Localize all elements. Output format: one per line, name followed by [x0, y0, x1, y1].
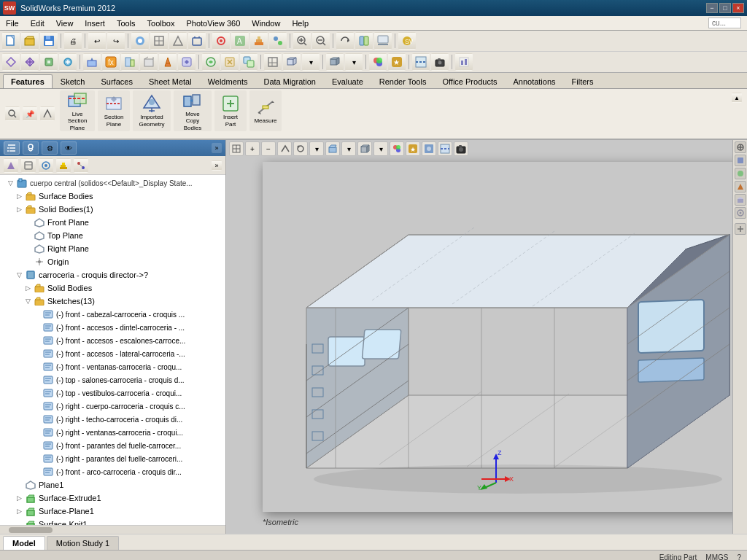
ft-tool-3[interactable]: [39, 158, 53, 173]
vp-rp-btn-6[interactable]: [735, 207, 746, 219]
menu-insert[interactable]: Insert: [79, 18, 111, 29]
expand-surface-bodies[interactable]: ▷: [15, 192, 23, 201]
tree-origin[interactable]: ▷ Origin: [0, 255, 225, 268]
vp-rp-btn-4[interactable]: [735, 181, 746, 192]
tree-front-plane[interactable]: ▷ Front Plane: [0, 216, 225, 229]
tab-datamigration[interactable]: Data Migration: [255, 74, 324, 88]
ribbon-collapse-button[interactable]: ▲: [732, 93, 742, 103]
vp-rp-btn-1[interactable]: [735, 141, 746, 153]
menu-edit[interactable]: Edit: [25, 18, 50, 29]
tree-sketch-item[interactable]: ▷ (-) top - salones-carroceria - croquis…: [0, 373, 225, 386]
open-button[interactable]: [21, 32, 39, 50]
ft-tab-config[interactable]: ⚙: [42, 141, 58, 155]
tb-r2-end[interactable]: [455, 53, 473, 71]
tree-sketch-item[interactable]: ▷ (-) front - parantes del fuelle-carroc…: [0, 439, 225, 452]
vc-tool-4[interactable]: [325, 141, 340, 156]
ft-tool-4[interactable]: [56, 158, 71, 173]
tb-r2-camera[interactable]: [431, 53, 449, 71]
tab-sketch[interactable]: Sketch: [53, 74, 93, 88]
menu-help[interactable]: Help: [286, 18, 314, 29]
vc-appearance-btn[interactable]: ★: [406, 141, 420, 156]
tb-r2-7[interactable]: [121, 53, 139, 71]
tree-plane1[interactable]: ▷ Plane1: [0, 478, 225, 491]
ft-collapse[interactable]: »: [212, 160, 222, 171]
section-plane-button[interactable]: SectionPlane: [98, 90, 130, 131]
tb-r2-13[interactable]: [240, 53, 258, 71]
tb-r2-color[interactable]: [369, 53, 387, 71]
tree-sketch-item[interactable]: ▷ (-) right - ventanas-carroceria - croq…: [0, 426, 225, 439]
tb-r2-3[interactable]: [40, 53, 58, 71]
tree-sketch-item[interactable]: ▷ (-) right - parantes del fuelle-carroc…: [0, 452, 225, 465]
vc-tool-1[interactable]: [277, 141, 292, 156]
window-controls[interactable]: − □ ×: [706, 3, 744, 13]
tree-sketch-item[interactable]: ▷ (-) right - techo-carroceria - croquis…: [0, 413, 225, 426]
tb-r2-shading-2[interactable]: ▾: [345, 53, 363, 71]
tb-r2-1[interactable]: [2, 53, 20, 71]
ft-tool-5[interactable]: [74, 158, 88, 173]
tb-r2-9[interactable]: [159, 53, 177, 71]
tb-r2-2[interactable]: [21, 53, 39, 71]
tree-sketch-item[interactable]: ▷ (-) front - cabezal-carroceria - croqu…: [0, 308, 225, 321]
vc-zoom-to-fit[interactable]: [229, 141, 244, 156]
tab-surfaces[interactable]: Surfaces: [93, 74, 141, 88]
tree-surface-extrude1[interactable]: ▷ Surface-Extrude1: [0, 491, 225, 505]
vp-rp-btn-7[interactable]: [735, 223, 746, 235]
tb-btn-2[interactable]: [150, 32, 168, 50]
tab-features[interactable]: Features: [3, 74, 53, 88]
vc-search[interactable]: [5, 106, 20, 121]
minimize-button[interactable]: −: [706, 3, 718, 13]
expand-sketches[interactable]: ▽: [23, 297, 32, 306]
tree-sketch-item[interactable]: ▷ (-) front - accesos - dintel-carroceri…: [0, 321, 225, 334]
tb-r2-10[interactable]: [178, 53, 196, 71]
tb-r2-11[interactable]: [202, 53, 220, 71]
tab-evaluate[interactable]: Evaluate: [324, 74, 371, 88]
tb-r2-8[interactable]: [140, 53, 158, 71]
tab-filters[interactable]: Filters: [564, 74, 602, 88]
vc-display-1[interactable]: [357, 141, 372, 156]
measure-button[interactable]: Measure: [249, 90, 282, 131]
tb-rotate[interactable]: [336, 32, 354, 50]
tree-sketches[interactable]: ▽ Sketches(13): [0, 295, 225, 308]
menu-search[interactable]: cu...: [703, 16, 747, 30]
tree-carroceria[interactable]: ▽ carroceria - croquis director->?: [0, 268, 225, 281]
tb-r2-view-3[interactable]: ▾: [302, 53, 320, 71]
save-button[interactable]: [40, 32, 58, 50]
tb-btn-6[interactable]: A: [231, 32, 249, 50]
tree-sketch-item[interactable]: ▷ (-) right - cuerpo-carroceria - croqui…: [0, 400, 225, 413]
tb-btn-9[interactable]: [355, 32, 373, 50]
tree-sketch-item[interactable]: ▷ (-) front - accesos - lateral-carrocer…: [0, 347, 225, 360]
tb-r2-view-1[interactable]: [264, 53, 282, 71]
tb-r2-12[interactable]: [221, 53, 239, 71]
ft-tab-display[interactable]: 👁: [61, 141, 77, 155]
tb-btn-3[interactable]: [169, 32, 187, 50]
tb-btn-5[interactable]: [212, 32, 230, 50]
expand-surface-extrude1[interactable]: ▷: [15, 494, 23, 502]
tree-sketch-item[interactable]: ▷ (-) front - accesos - escalones-carroc…: [0, 334, 225, 347]
vc-magic[interactable]: [40, 106, 55, 121]
tb-r2-shading-1[interactable]: [326, 53, 344, 71]
redo-button[interactable]: ↪: [107, 32, 125, 50]
vc-tool-3[interactable]: ▾: [309, 141, 324, 156]
help-link[interactable]: ?: [737, 553, 741, 560]
vc-display-2[interactable]: ▾: [374, 141, 388, 156]
ft-expand-button[interactable]: »: [212, 143, 222, 153]
vc-zoom-out-vp[interactable]: −: [261, 141, 276, 156]
tb-r2-6[interactable]: fx: [102, 53, 120, 71]
vc-section-view[interactable]: [438, 141, 452, 156]
undo-button[interactable]: ↩: [88, 32, 106, 50]
tree-surface-plane1[interactable]: ▷ Surface-Plane1: [0, 505, 225, 518]
vp-rp-btn-2[interactable]: [735, 155, 746, 166]
menu-file[interactable]: File: [0, 18, 25, 29]
live-section-button[interactable]: LiveSectionPlane: [60, 90, 95, 131]
ft-content[interactable]: ▽ cuerpo central (solidos<<Default>_Disp…: [0, 175, 225, 525]
tb-r2-4[interactable]: [59, 53, 77, 71]
tree-root[interactable]: ▽ cuerpo central (solidos<<Default>_Disp…: [0, 176, 225, 190]
tab-sheetmetal[interactable]: Sheet Metal: [141, 74, 200, 88]
vc-tool-5[interactable]: ▾: [341, 141, 356, 156]
ft-tool-1[interactable]: [4, 158, 18, 173]
tab-annotations[interactable]: Annotations: [505, 74, 563, 88]
expand-surface-plane1[interactable]: ▷: [15, 507, 23, 516]
expand-carroceria[interactable]: ▽: [15, 271, 23, 279]
expand-solid-bodies-nested[interactable]: ▷: [23, 284, 32, 292]
tree-sketch-item[interactable]: ▷ (-) front - ventanas-carroceria - croq…: [0, 360, 225, 373]
